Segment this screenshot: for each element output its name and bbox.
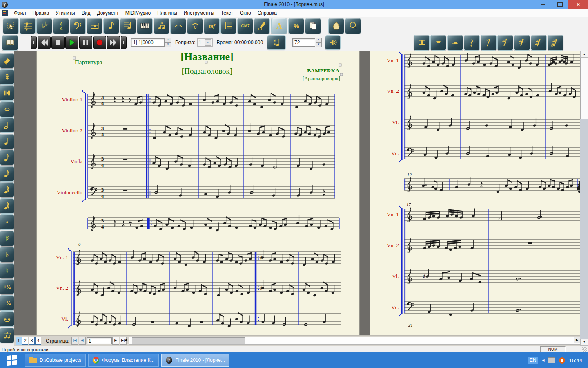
menu-MIDI/Аудио[interactable]: MIDI/Аудио bbox=[122, 9, 154, 17]
menu-Документ[interactable]: Документ bbox=[94, 9, 122, 17]
reprise-combo[interactable]: 1▼ bbox=[197, 38, 213, 47]
tuplet-entry-tool-button[interactable]: 3 bbox=[0, 328, 14, 343]
menu-Инструменты[interactable]: Инструменты bbox=[180, 9, 218, 17]
articulation-tool-button[interactable]: o bbox=[187, 18, 203, 34]
eighth-note-button[interactable] bbox=[0, 150, 14, 165]
simple-entry-tool-button[interactable] bbox=[103, 18, 119, 34]
pitch-tool-button[interactable] bbox=[0, 69, 14, 85]
tempo-spinner[interactable]: ▲▼ bbox=[316, 38, 322, 47]
measure-tool-button[interactable] bbox=[87, 18, 102, 34]
menu-Правка[interactable]: Правка bbox=[29, 9, 53, 17]
sixteenth-note-button[interactable] bbox=[0, 166, 14, 182]
sixtyfourth-rest-button[interactable] bbox=[531, 35, 547, 51]
key-signature-tool-button[interactable]: ♭♭ bbox=[36, 18, 52, 34]
rewind-button[interactable] bbox=[38, 36, 51, 49]
staff-setup-tool-button[interactable] bbox=[20, 18, 36, 34]
clef-tool-button[interactable] bbox=[70, 18, 86, 34]
playback-counter[interactable]: 1| 1|0000 bbox=[131, 38, 165, 47]
go-start-button[interactable] bbox=[31, 36, 37, 49]
tempo-input[interactable]: 72 bbox=[292, 38, 315, 47]
eighth-rest-button[interactable] bbox=[481, 35, 497, 51]
hand-grabber-tool-button[interactable] bbox=[328, 18, 344, 34]
start-button[interactable] bbox=[0, 352, 24, 368]
go-end-button[interactable] bbox=[121, 36, 127, 49]
sixteenth-rest-button[interactable] bbox=[497, 35, 513, 51]
half-step-up-button[interactable]: +½ bbox=[0, 279, 14, 294]
selection-tool-button[interactable] bbox=[3, 18, 19, 34]
first-page-button[interactable]: |◀ bbox=[71, 337, 78, 345]
scroll-right-arrow[interactable]: ▶ bbox=[574, 337, 580, 343]
flat-tool-button[interactable]: ♭ bbox=[0, 247, 14, 262]
tempo-note-button[interactable] bbox=[267, 35, 286, 50]
smartmusic-book-button[interactable] bbox=[2, 35, 18, 51]
sixtyfourth-note-button[interactable] bbox=[0, 198, 14, 214]
quarter-note-button[interactable] bbox=[0, 134, 14, 149]
record-button[interactable] bbox=[93, 36, 106, 49]
quarter-rest-button[interactable] bbox=[464, 35, 480, 51]
scroll-down-arrow[interactable]: ▼ bbox=[580, 339, 588, 346]
zoom-tool-button[interactable] bbox=[345, 18, 361, 34]
thirtysecond-note-button[interactable] bbox=[0, 182, 14, 197]
double-whole-rest-button[interactable] bbox=[414, 35, 430, 51]
half-rest-button[interactable] bbox=[447, 35, 463, 51]
text-tool-button[interactable]: A bbox=[271, 18, 287, 34]
close-button[interactable]: ✕ bbox=[568, 0, 588, 9]
chord-tool-button[interactable]: CM7 bbox=[237, 18, 253, 34]
prev-page-button[interactable]: ◀ bbox=[79, 337, 86, 345]
onetwentyeighth-rest-button[interactable] bbox=[548, 35, 564, 51]
vertical-scrollbar[interactable]: ▲ ▼ bbox=[580, 51, 588, 346]
scroll-up-arrow[interactable]: ▲ bbox=[580, 51, 588, 58]
menu-Текст[interactable]: Текст bbox=[218, 9, 236, 17]
resize-grip[interactable] bbox=[582, 347, 587, 352]
minimize-button[interactable] bbox=[534, 0, 551, 9]
smart-shape-tool-button[interactable] bbox=[170, 18, 186, 34]
language-indicator[interactable]: EN bbox=[528, 357, 539, 364]
stop-button[interactable] bbox=[51, 36, 65, 49]
expression-tool-button[interactable]: mf bbox=[204, 18, 220, 34]
menu-Окно[interactable]: Окно bbox=[236, 9, 254, 17]
maximize-button[interactable] bbox=[551, 0, 568, 9]
speedy-entry-tool-button[interactable] bbox=[120, 18, 136, 34]
thirtysecond-rest-button[interactable] bbox=[514, 35, 530, 51]
menu-Плагины[interactable]: Плагины bbox=[154, 9, 180, 17]
taskbar-button[interactable]: fFinale 2010 - [Лорие... bbox=[161, 354, 229, 367]
half-note-button[interactable] bbox=[0, 117, 14, 133]
forward-button[interactable] bbox=[107, 36, 120, 49]
time-signature-tool-button[interactable]: 44 bbox=[53, 18, 69, 34]
horizontal-scroll-thumb[interactable] bbox=[132, 337, 245, 344]
menu-Файл[interactable]: Файл bbox=[11, 9, 29, 17]
page-layout-tool-button[interactable] bbox=[305, 18, 321, 34]
measure-repeat-tool-button[interactable] bbox=[0, 85, 14, 101]
antivirus-tray-icon[interactable] bbox=[559, 357, 565, 364]
whole-note-button[interactable] bbox=[0, 101, 14, 117]
scroll-left-arrow[interactable]: ◀ bbox=[123, 337, 129, 343]
augmentation-dot-button[interactable] bbox=[0, 214, 14, 230]
vertical-scroll-thumb[interactable] bbox=[580, 58, 588, 119]
taskbar-button[interactable]: Форумы Властелин К... bbox=[88, 354, 159, 367]
show-hidden-icons[interactable]: ◀ bbox=[542, 359, 544, 362]
page-tab-1[interactable]: 1 bbox=[16, 337, 22, 345]
page-tab-2[interactable]: 2 bbox=[22, 337, 28, 345]
page-tab-3[interactable]: 3 bbox=[29, 337, 35, 345]
audio-setup-button[interactable] bbox=[325, 35, 341, 50]
whole-rest-button[interactable] bbox=[430, 35, 446, 51]
page-tab-4[interactable]: 4 bbox=[35, 337, 41, 345]
document-icon[interactable] bbox=[2, 10, 8, 16]
pause-button[interactable] bbox=[79, 36, 92, 49]
lyrics-tool-button[interactable] bbox=[254, 18, 270, 34]
tie-tool-button[interactable] bbox=[0, 311, 14, 327]
menu-Вид[interactable]: Вид bbox=[78, 9, 94, 17]
eraser-tool-button[interactable] bbox=[0, 53, 14, 68]
menu-Справка[interactable]: Справка bbox=[254, 9, 280, 17]
page-number-input[interactable]: 1 bbox=[87, 337, 112, 344]
taskbar-button[interactable]: D:\Cubase projects bbox=[25, 354, 86, 367]
menu-Утилиты[interactable]: Утилиты bbox=[52, 9, 78, 17]
counter-spinner[interactable]: ▲▼ bbox=[165, 38, 171, 47]
hyperscribe-tool-button[interactable] bbox=[137, 18, 153, 34]
repeat-tool-button[interactable]: % bbox=[288, 18, 304, 34]
network-icon[interactable] bbox=[548, 357, 555, 363]
staff-tool-button[interactable] bbox=[220, 18, 236, 34]
tuplet-tool-button[interactable]: 3 bbox=[154, 18, 169, 34]
play-button[interactable] bbox=[65, 36, 78, 49]
half-step-down-button[interactable]: −½ bbox=[0, 295, 14, 311]
